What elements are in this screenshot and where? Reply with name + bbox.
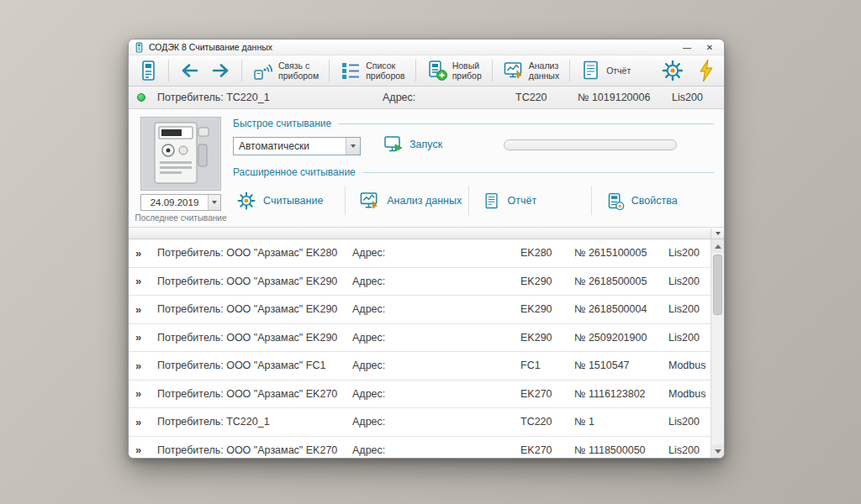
close-button[interactable]: ✕ (700, 41, 719, 54)
toolbar-separator (241, 60, 242, 81)
row-address-label: Адрес: (352, 388, 520, 400)
row-address-label: Адрес: (352, 303, 520, 315)
energy-button[interactable] (694, 57, 719, 84)
report-action-label: Отчёт (508, 195, 537, 207)
progress-bar (504, 139, 677, 150)
desktop-background: СОДЭК 8 Считывание данных — ✕ Связь с пр… (0, 0, 861, 504)
connect-device-button[interactable]: Связь с прибором (248, 57, 323, 84)
table-row[interactable]: » Потребитель: ООО "Арзамас" FC1 Адрес: … (129, 352, 710, 381)
row-chevron-icon: » (135, 331, 157, 344)
start-icon (383, 135, 404, 154)
row-model: EK270 (520, 444, 574, 456)
device-photo (140, 117, 221, 191)
start-label: Запуск (409, 139, 442, 150)
reading-mode-value: Автоматически (234, 140, 346, 152)
current-protocol: Lis200 (672, 92, 724, 103)
device-rows: » Потребитель: ООО "Арзамас" EK280 Адрес… (129, 239, 710, 458)
row-serial: № 2509201900 (574, 332, 668, 344)
row-address-label: Адрес: (352, 332, 520, 344)
scrollbar-track[interactable] (711, 253, 724, 444)
scroll-down-button[interactable] (711, 444, 724, 458)
start-button[interactable]: Запуск (383, 135, 442, 154)
scrollbar-thumb[interactable] (713, 255, 722, 315)
quick-reading-title: Быстрое считывание (233, 118, 714, 129)
reading-mode-select[interactable]: Автоматически (233, 137, 361, 155)
row-model: TC220 (520, 416, 574, 428)
toolbar-separator (168, 60, 169, 81)
row-serial: № 1 (574, 416, 668, 428)
row-consumer: Потребитель: ООО "Арзамас" EK270 (157, 388, 352, 400)
chevron-down-icon (351, 144, 356, 148)
chevron-down-icon (716, 232, 721, 235)
gear-icon (661, 59, 684, 82)
back-button[interactable] (175, 57, 203, 84)
scroll-up-button[interactable] (711, 239, 724, 253)
last-reading-caption: Последнее считывание (130, 213, 231, 223)
new-device-button[interactable]: Новый прибор (422, 57, 486, 84)
row-consumer: Потребитель: ООО "Арзамас" EK280 (157, 247, 352, 259)
row-chevron-icon: » (135, 444, 157, 456)
table-row[interactable]: » Потребитель: ООО "Арзамас" EK280 Адрес… (129, 239, 710, 268)
toolbar-separator (569, 60, 570, 81)
app-window: СОДЭК 8 Считывание данных — ✕ Связь с пр… (128, 39, 725, 459)
row-protocol: Lis200 (668, 247, 710, 259)
report-action-button[interactable]: Отчёт (468, 186, 591, 215)
read-label: Считывание (263, 195, 323, 207)
analysis-label: Анализ данных (387, 195, 462, 207)
row-protocol: Lis200 (668, 303, 710, 315)
data-analysis-button[interactable]: Анализ данных (499, 57, 563, 84)
device-panel: 24.09.2019 Последнее считывание Быстрое … (129, 109, 724, 228)
forward-arrow-icon (211, 62, 231, 79)
table-row[interactable]: » Потребитель: TC220_1 Адрес: TC220 № 1 … (129, 408, 710, 437)
analysis-icon (503, 60, 525, 81)
meter-icon (138, 60, 158, 81)
table-row[interactable]: » Потребитель: ООО "Арзамас" EK270 Адрес… (129, 437, 710, 459)
row-address-label: Адрес: (352, 444, 520, 456)
row-chevron-icon: » (135, 360, 157, 372)
current-serial: № 1019120006 (578, 92, 672, 103)
splitter-expand-button[interactable] (710, 228, 724, 239)
row-model: EK290 (520, 332, 574, 344)
table-row[interactable]: » Потребитель: ООО "Арзамас" EK270 Адрес… (129, 381, 710, 409)
row-chevron-icon: » (135, 387, 157, 400)
device-button[interactable] (134, 57, 162, 84)
minimize-button[interactable]: — (678, 41, 696, 54)
select-arrow (346, 138, 360, 155)
current-device-bar[interactable]: Потребитель: TC220_1 Адрес: TC220 № 1019… (129, 87, 724, 109)
device-list-button[interactable]: Список приборов (335, 57, 409, 84)
table-row[interactable]: » Потребитель: ООО "Арзамас" EK290 Адрес… (129, 296, 710, 324)
last-reading-date-field[interactable]: 24.09.2019 (140, 194, 221, 211)
row-chevron-icon: » (135, 303, 157, 316)
chevron-down-icon (715, 449, 721, 454)
table-row[interactable]: » Потребитель: ООО "Арзамас" EK290 Адрес… (129, 268, 710, 297)
report-button[interactable]: Отчёт (576, 57, 635, 84)
row-consumer: Потребитель: TC220_1 (157, 416, 352, 428)
row-protocol: Modbus (668, 388, 710, 400)
main-toolbar: Связь с прибором Список приборов Новый п… (129, 55, 724, 87)
row-serial: № 1118500050 (574, 444, 668, 456)
settings-button[interactable] (657, 57, 689, 84)
lightning-icon (698, 59, 715, 82)
back-arrow-icon (179, 62, 199, 79)
row-chevron-icon: » (135, 416, 157, 428)
analysis-button[interactable]: Анализ данных (345, 186, 467, 215)
app-icon (134, 42, 145, 53)
row-consumer: Потребитель: ООО "Арзамас" FC1 (157, 360, 352, 371)
report-doc-icon (483, 192, 501, 211)
table-row[interactable]: » Потребитель: ООО "Арзамас" EK290 Адрес… (129, 324, 710, 353)
row-chevron-icon: » (135, 275, 157, 287)
row-model: EK280 (520, 247, 574, 259)
properties-icon (605, 192, 625, 211)
row-protocol: Lis200 (668, 444, 710, 456)
extended-reading-title: Расширенное считывание (233, 166, 714, 178)
properties-button[interactable]: Свойства (591, 186, 714, 215)
date-dropdown-button[interactable] (208, 195, 220, 210)
chevron-up-icon (715, 244, 721, 249)
title-bar: СОДЭК 8 Считывание данных — ✕ (129, 39, 724, 55)
forward-button[interactable] (207, 57, 235, 84)
row-protocol: Lis200 (668, 332, 710, 344)
read-button[interactable]: Считывание (233, 186, 345, 215)
vertical-scrollbar[interactable] (710, 239, 724, 458)
row-address-label: Адрес: (352, 416, 520, 428)
splitter-bar[interactable] (129, 228, 724, 239)
